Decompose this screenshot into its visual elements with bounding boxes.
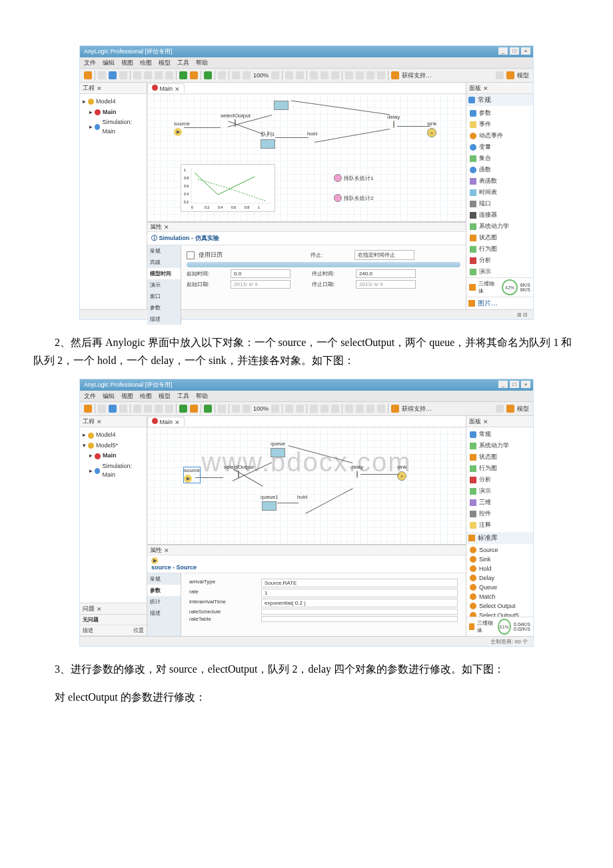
prop-value-arrivalType[interactable]: Source.RATE (261, 579, 458, 587)
block-source[interactable]: source (174, 121, 190, 136)
palette-item-系统动力学[interactable]: 系统动力学 (468, 221, 532, 232)
section-description[interactable]: 描述 (147, 607, 181, 619)
nav2-icon[interactable] (377, 71, 385, 79)
section-statistics[interactable]: 统计 (147, 596, 181, 607)
palette-item-Hold[interactable]: Hold (468, 564, 532, 573)
align3-icon[interactable] (331, 71, 339, 79)
section-general[interactable]: 常规 (147, 245, 181, 257)
tree-simulation[interactable]: ▸ Simulation: Main (83, 461, 144, 481)
perspective-label[interactable]: 模型 (517, 71, 529, 80)
menu-model[interactable]: 模型 (159, 392, 171, 401)
palette-item-三维[interactable]: 三维 (468, 497, 532, 508)
stat-queue1[interactable]: 排队长统计1 (334, 174, 373, 182)
zoom-in-icon[interactable] (243, 405, 251, 413)
menu-edit[interactable]: 编辑 (103, 392, 115, 401)
align3-icon[interactable] (331, 405, 339, 413)
palette-item-注释[interactable]: 注释 (468, 519, 532, 531)
palette-item-状态图[interactable]: 状态图 (468, 451, 532, 463)
palette-item-分析[interactable]: 分析 (468, 255, 532, 266)
prop-value-rate[interactable]: 1 (261, 589, 458, 597)
palette-section-header[interactable]: 常规 (466, 94, 533, 106)
section-advanced[interactable]: 高级 (147, 257, 181, 268)
perspective-icon[interactable] (496, 71, 504, 79)
cut-icon[interactable] (133, 71, 141, 79)
section-presentation[interactable]: 演示 (147, 279, 181, 291)
support-icon[interactable] (391, 71, 399, 79)
align2-icon[interactable] (320, 71, 328, 79)
zoom-fit-icon[interactable] (271, 71, 279, 79)
model-persp-icon[interactable] (506, 405, 514, 413)
palette-item-Select Output5[interactable]: Select Output5 (468, 611, 532, 617)
prop-value-interarrivalTime[interactable]: exponential( 0.2 ) (261, 599, 458, 607)
palette-item-连接器[interactable]: 连接器 (468, 209, 532, 221)
copy-icon[interactable] (144, 71, 152, 79)
model-canvas[interactable]: www.bdocx.com source selectOutput queue (147, 427, 466, 545)
menu-help[interactable]: 帮助 (196, 392, 208, 401)
window-minimize-button[interactable]: _ (498, 381, 508, 388)
palette-tab[interactable]: 面板 ⨯ (466, 416, 533, 427)
palette-item-动态事件[interactable]: 动态事件 (468, 130, 532, 141)
palette-item-分析[interactable]: 分析 (468, 474, 532, 485)
zoom-fit-icon[interactable] (271, 405, 279, 413)
palette-item-Select Output[interactable]: Select Output (468, 601, 532, 611)
open-icon[interactable] (98, 405, 106, 413)
block-selectoutput[interactable]: selectOutput (224, 464, 254, 477)
zoom-out-icon[interactable] (232, 405, 240, 413)
editor-tab-main[interactable]: Main ⨯ (147, 417, 185, 426)
palette-item-演示[interactable]: 演示 (468, 266, 532, 277)
palette-item-变量[interactable]: 变量 (468, 141, 532, 153)
perspective-icon[interactable] (496, 405, 504, 413)
menu-view[interactable]: 视图 (121, 392, 133, 401)
stat-queue2[interactable]: 排队长统计2 (334, 194, 373, 202)
zoom-level[interactable]: 100% (253, 405, 269, 412)
menu-tools[interactable]: 工具 (177, 59, 189, 67)
snap-icon[interactable] (296, 71, 304, 79)
palette-item-行为图[interactable]: 行为图 (468, 463, 532, 474)
menu-help[interactable]: 帮助 (196, 59, 208, 67)
zoom-level[interactable]: 100% (253, 72, 269, 79)
section-window[interactable]: 窗口 (147, 291, 181, 302)
build-icon[interactable] (179, 71, 187, 79)
block-hold[interactable]: hold (307, 131, 317, 138)
perspective-label[interactable]: 模型 (517, 405, 529, 413)
new-icon[interactable] (84, 71, 92, 79)
project-tab[interactable]: 工程 ⨯ (80, 83, 147, 94)
delete-icon[interactable] (165, 405, 173, 413)
window-close-button[interactable]: × (521, 47, 530, 55)
run-icon[interactable] (204, 71, 212, 79)
nav-icon[interactable] (366, 405, 374, 413)
pointer-icon[interactable] (218, 405, 226, 413)
menu-file[interactable]: 文件 (84, 59, 96, 67)
section-parameters[interactable]: 参数 (147, 302, 181, 313)
palette-item-Delay[interactable]: Delay (468, 573, 532, 583)
menu-model[interactable]: 模型 (159, 59, 171, 67)
paste-icon[interactable] (155, 71, 163, 79)
section-general[interactable]: 常规 (147, 573, 181, 585)
block-sink[interactable]: sink (397, 464, 406, 481)
section-modeltime[interactable]: 模型时间 (147, 268, 181, 279)
line-chart[interactable]: 1 0.8 0.6 0.4 0.2 0 0.2 0.4 0.6 0.8 1 (181, 164, 275, 212)
palette-item-时间表[interactable]: 时间表 (468, 187, 532, 198)
model-persp-icon[interactable] (506, 71, 514, 79)
build-icon[interactable] (179, 405, 187, 413)
save-icon[interactable] (109, 405, 117, 413)
palette-item-Match[interactable]: Match (468, 592, 532, 601)
support-icon[interactable] (391, 405, 399, 413)
palette-item-集合[interactable]: 集合 (468, 153, 532, 164)
window-maximize-button[interactable]: □ (510, 381, 519, 388)
palette-item-Sink[interactable]: Sink (468, 555, 532, 564)
palette-tab[interactable]: 面板 ⨯ (466, 83, 533, 94)
use-calendar-checkbox[interactable] (187, 251, 195, 259)
pictures-link[interactable]: 图片… (466, 297, 533, 309)
block-queue1[interactable]: queue1 (261, 494, 279, 512)
palette-item-Queue[interactable]: Queue (468, 583, 532, 592)
pointer-icon[interactable] (218, 71, 226, 79)
print-icon[interactable] (119, 71, 127, 79)
save-icon[interactable] (109, 71, 117, 79)
block-queue-top[interactable] (274, 101, 289, 111)
tree-main[interactable]: ▸ Main (83, 451, 144, 461)
toolbar-support-label[interactable]: 获得支持… (402, 405, 432, 413)
menu-tools[interactable]: 工具 (177, 392, 189, 401)
cut-icon[interactable] (133, 405, 141, 413)
menu-draw[interactable]: 绘图 (140, 59, 152, 67)
